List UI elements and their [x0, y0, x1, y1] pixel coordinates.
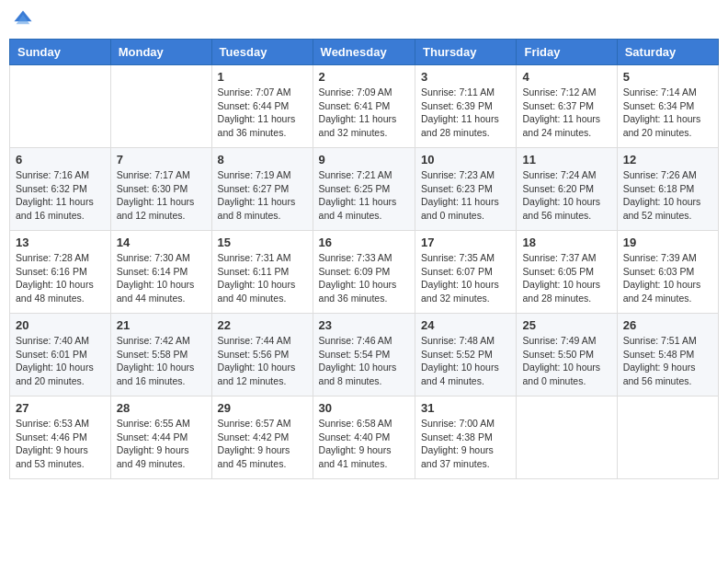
- calendar-week-row: 27Sunrise: 6:53 AM Sunset: 4:46 PM Dayli…: [10, 396, 719, 479]
- day-info: Sunrise: 7:30 AM Sunset: 6:14 PM Dayligh…: [117, 251, 206, 305]
- weekday-header: Tuesday: [211, 40, 313, 65]
- day-number: 4: [522, 70, 610, 84]
- calendar-cell: 19Sunrise: 7:39 AM Sunset: 6:03 PM Dayli…: [617, 231, 718, 314]
- calendar-week-row: 6Sunrise: 7:16 AM Sunset: 6:32 PM Daylig…: [10, 148, 719, 231]
- calendar-cell: 7Sunrise: 7:17 AM Sunset: 6:30 PM Daylig…: [110, 148, 211, 231]
- day-info: Sunrise: 7:37 AM Sunset: 6:05 PM Dayligh…: [522, 251, 610, 305]
- calendar-cell: [10, 65, 111, 148]
- day-info: Sunrise: 7:24 AM Sunset: 6:20 PM Dayligh…: [522, 168, 610, 223]
- day-number: 20: [16, 318, 105, 332]
- day-number: 31: [421, 401, 510, 415]
- day-number: 19: [623, 236, 712, 249]
- day-info: Sunrise: 7:00 AM Sunset: 4:38 PM Dayligh…: [421, 417, 510, 471]
- weekday-header: Saturday: [617, 40, 718, 65]
- day-number: 8: [218, 153, 307, 167]
- day-info: Sunrise: 7:11 AM Sunset: 6:39 PM Dayligh…: [421, 86, 510, 140]
- calendar-table: SundayMondayTuesdayWednesdayThursdayFrid…: [9, 39, 719, 479]
- day-info: Sunrise: 7:42 AM Sunset: 5:58 PM Dayligh…: [117, 334, 206, 388]
- day-info: Sunrise: 7:46 AM Sunset: 5:54 PM Dayligh…: [319, 334, 409, 388]
- day-info: Sunrise: 7:49 AM Sunset: 5:50 PM Dayligh…: [522, 334, 610, 388]
- day-info: Sunrise: 7:19 AM Sunset: 6:27 PM Dayligh…: [218, 168, 307, 223]
- calendar-cell: 4Sunrise: 7:12 AM Sunset: 6:37 PM Daylig…: [517, 65, 617, 148]
- day-number: 28: [117, 401, 206, 415]
- calendar-cell: 29Sunrise: 6:57 AM Sunset: 4:42 PM Dayli…: [211, 396, 313, 479]
- calendar-cell: [110, 65, 211, 148]
- calendar-cell: 26Sunrise: 7:51 AM Sunset: 5:48 PM Dayli…: [617, 314, 718, 396]
- day-number: 17: [421, 236, 510, 249]
- calendar-cell: 1Sunrise: 7:07 AM Sunset: 6:44 PM Daylig…: [211, 65, 313, 148]
- day-number: 30: [319, 401, 409, 415]
- calendar-cell: 10Sunrise: 7:23 AM Sunset: 6:23 PM Dayli…: [415, 148, 517, 231]
- calendar-week-row: 1Sunrise: 7:07 AM Sunset: 6:44 PM Daylig…: [10, 65, 719, 148]
- calendar-cell: 28Sunrise: 6:55 AM Sunset: 4:44 PM Dayli…: [110, 396, 211, 479]
- day-number: 1: [218, 70, 307, 84]
- calendar-cell: 8Sunrise: 7:19 AM Sunset: 6:27 PM Daylig…: [211, 148, 313, 231]
- calendar-cell: 2Sunrise: 7:09 AM Sunset: 6:41 PM Daylig…: [313, 65, 415, 148]
- calendar-cell: [517, 396, 617, 479]
- day-number: 3: [421, 70, 510, 84]
- weekday-header: Monday: [110, 40, 211, 65]
- day-info: Sunrise: 7:31 AM Sunset: 6:11 PM Dayligh…: [218, 251, 307, 305]
- calendar-cell: 5Sunrise: 7:14 AM Sunset: 6:34 PM Daylig…: [617, 65, 718, 148]
- day-number: 27: [16, 401, 105, 415]
- calendar-cell: 3Sunrise: 7:11 AM Sunset: 6:39 PM Daylig…: [415, 65, 517, 148]
- calendar-cell: 31Sunrise: 7:00 AM Sunset: 4:38 PM Dayli…: [415, 396, 517, 479]
- calendar-cell: 24Sunrise: 7:48 AM Sunset: 5:52 PM Dayli…: [415, 314, 517, 396]
- page-header: [9, 9, 719, 33]
- day-info: Sunrise: 7:14 AM Sunset: 6:34 PM Dayligh…: [623, 86, 712, 140]
- day-info: Sunrise: 7:12 AM Sunset: 6:37 PM Dayligh…: [522, 86, 610, 140]
- day-number: 2: [319, 70, 409, 84]
- day-number: 18: [522, 236, 610, 249]
- calendar-cell: 16Sunrise: 7:33 AM Sunset: 6:09 PM Dayli…: [313, 231, 415, 314]
- calendar-cell: 18Sunrise: 7:37 AM Sunset: 6:05 PM Dayli…: [517, 231, 617, 314]
- day-number: 12: [623, 153, 712, 167]
- calendar-cell: 6Sunrise: 7:16 AM Sunset: 6:32 PM Daylig…: [10, 148, 111, 231]
- calendar-cell: 14Sunrise: 7:30 AM Sunset: 6:14 PM Dayli…: [110, 231, 211, 314]
- calendar-cell: 20Sunrise: 7:40 AM Sunset: 6:01 PM Dayli…: [10, 314, 111, 396]
- day-number: 11: [522, 153, 610, 167]
- day-info: Sunrise: 7:09 AM Sunset: 6:41 PM Dayligh…: [319, 86, 409, 140]
- day-info: Sunrise: 7:40 AM Sunset: 6:01 PM Dayligh…: [16, 334, 105, 388]
- calendar-cell: 12Sunrise: 7:26 AM Sunset: 6:18 PM Dayli…: [617, 148, 718, 231]
- day-number: 10: [421, 153, 510, 167]
- day-number: 21: [117, 318, 206, 332]
- weekday-header: Sunday: [10, 40, 111, 65]
- day-number: 24: [421, 318, 510, 332]
- day-number: 14: [117, 236, 206, 249]
- weekday-header: Friday: [517, 40, 617, 65]
- day-number: 7: [117, 153, 206, 167]
- logo: [13, 9, 35, 33]
- calendar-week-row: 20Sunrise: 7:40 AM Sunset: 6:01 PM Dayli…: [10, 314, 719, 396]
- calendar-cell: 22Sunrise: 7:44 AM Sunset: 5:56 PM Dayli…: [211, 314, 313, 396]
- day-number: 26: [623, 318, 712, 332]
- day-info: Sunrise: 7:44 AM Sunset: 5:56 PM Dayligh…: [218, 334, 307, 388]
- day-info: Sunrise: 6:58 AM Sunset: 4:40 PM Dayligh…: [319, 417, 409, 471]
- day-info: Sunrise: 7:48 AM Sunset: 5:52 PM Dayligh…: [421, 334, 510, 388]
- day-info: Sunrise: 7:51 AM Sunset: 5:48 PM Dayligh…: [623, 334, 712, 388]
- day-info: Sunrise: 7:28 AM Sunset: 6:16 PM Dayligh…: [16, 251, 105, 305]
- calendar-cell: 17Sunrise: 7:35 AM Sunset: 6:07 PM Dayli…: [415, 231, 517, 314]
- calendar-cell: [617, 396, 718, 479]
- calendar-cell: 27Sunrise: 6:53 AM Sunset: 4:46 PM Dayli…: [10, 396, 111, 479]
- day-info: Sunrise: 6:53 AM Sunset: 4:46 PM Dayligh…: [16, 417, 105, 471]
- day-number: 6: [16, 153, 105, 167]
- day-number: 15: [218, 236, 307, 249]
- day-number: 22: [218, 318, 307, 332]
- calendar-cell: 15Sunrise: 7:31 AM Sunset: 6:11 PM Dayli…: [211, 231, 313, 314]
- day-info: Sunrise: 7:07 AM Sunset: 6:44 PM Dayligh…: [218, 86, 307, 140]
- calendar-cell: 30Sunrise: 6:58 AM Sunset: 4:40 PM Dayli…: [313, 396, 415, 479]
- day-number: 16: [319, 236, 409, 249]
- day-info: Sunrise: 7:17 AM Sunset: 6:30 PM Dayligh…: [117, 168, 206, 223]
- day-info: Sunrise: 7:21 AM Sunset: 6:25 PM Dayligh…: [319, 168, 409, 223]
- calendar-week-row: 13Sunrise: 7:28 AM Sunset: 6:16 PM Dayli…: [10, 231, 719, 314]
- day-info: Sunrise: 7:26 AM Sunset: 6:18 PM Dayligh…: [623, 168, 712, 223]
- day-number: 13: [16, 236, 105, 249]
- calendar-cell: 13Sunrise: 7:28 AM Sunset: 6:16 PM Dayli…: [10, 231, 111, 314]
- day-info: Sunrise: 7:33 AM Sunset: 6:09 PM Dayligh…: [319, 251, 409, 305]
- day-number: 29: [218, 401, 307, 415]
- calendar-cell: 11Sunrise: 7:24 AM Sunset: 6:20 PM Dayli…: [517, 148, 617, 231]
- weekday-header: Thursday: [415, 40, 517, 65]
- day-info: Sunrise: 7:23 AM Sunset: 6:23 PM Dayligh…: [421, 168, 510, 223]
- day-number: 25: [522, 318, 610, 332]
- day-number: 9: [319, 153, 409, 167]
